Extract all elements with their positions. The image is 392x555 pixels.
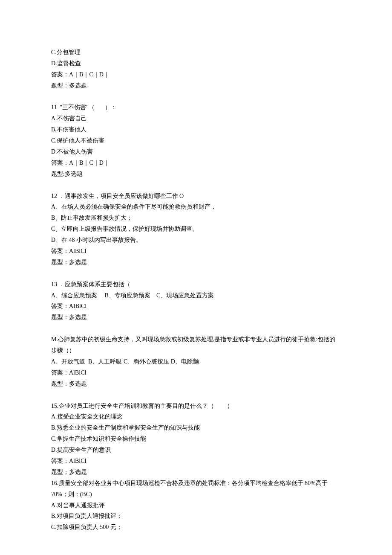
q16-option-b: B.对项目负责人通报批评； bbox=[51, 511, 341, 522]
q10-option-d: D.监督检查 bbox=[51, 58, 341, 69]
q14-answer: 答案：AlBlCl bbox=[51, 367, 341, 378]
document-page: C.分包管理 D.监督检查 答案：A｜B｜C｜D｜ 题型：多选题 11 "三不伤… bbox=[0, 0, 392, 555]
q12-option-d: D、在 48 小时以内写出事故报告。 bbox=[51, 235, 341, 246]
q11-option-c: C.保护他人不被伤害 bbox=[51, 135, 341, 146]
q11-option-a: A.不伤害自己 bbox=[51, 113, 341, 124]
q12-option-a: A、在场人员必须在确保安全的条件下尽可能抢救伤员和财产， bbox=[51, 201, 341, 212]
q12-title: 12 ．遇事故发生，项目安全员应该做好哪些工作 O bbox=[51, 191, 341, 202]
q11-answer: 答案：A｜B｜C｜D｜ bbox=[51, 157, 341, 169]
q11-type: 题型:多选题 bbox=[51, 169, 341, 180]
spacer bbox=[51, 323, 341, 334]
q15-option-d: D.提高安全生产的意识 bbox=[51, 445, 341, 456]
q10-type: 题型：多选题 bbox=[51, 80, 341, 91]
q11-option-d: D.不被他人伤害 bbox=[51, 146, 341, 157]
spacer bbox=[51, 268, 341, 279]
q13-options: A、综合应急预案 B、专项应急预案 C、现场应急处置方案 bbox=[51, 290, 341, 301]
q16-title: 16.质量安全部对各业务中心项目现场巡检不合格及违章的处罚标准：各分项平均检查合… bbox=[51, 478, 341, 500]
q14-type: 题型：多选题 bbox=[51, 378, 341, 389]
q13-title: 13 ．应急预案体系主要包括（ bbox=[51, 279, 341, 290]
q15-title: 15.企业对员工进行安全生产培训和教育的主要目的是什么？（ ） bbox=[51, 401, 341, 412]
spacer bbox=[51, 180, 341, 191]
spacer bbox=[51, 389, 341, 401]
q15-option-b: B.熟悉企业的安全生产制度和掌握安全生产的知识与技能 bbox=[51, 422, 341, 433]
q14-options: A、开放气道 B、人工呼吸 C、胸外心脏按压 D、电除颤 bbox=[51, 356, 341, 367]
q11-option-b: B,不伤害他人 bbox=[51, 124, 341, 135]
q10-answer: 答案：A｜B｜C｜D｜ bbox=[51, 69, 341, 80]
q13-type: 题型：多选题 bbox=[51, 312, 341, 323]
q12-answer: 答案：AlBlCl bbox=[51, 246, 341, 257]
spacer bbox=[51, 91, 341, 102]
q16-option-a: A.对当事人通报批评 bbox=[51, 500, 341, 511]
q14-title: M.心肺复苏中的初级生命支持，又叫现场急救或初级复苏处理,是指专业或非专业人员进… bbox=[51, 334, 341, 356]
q10-option-c: C.分包管理 bbox=[51, 47, 341, 58]
q16-option-c: C.扣除项目负责人 500 元； bbox=[51, 522, 341, 533]
q15-answer: 答案：AlBlCl bbox=[51, 456, 341, 467]
q11-title: 11 "三不伤害"（ ）： bbox=[51, 102, 341, 113]
q15-option-a: A.接受企业安全文化的理念 bbox=[51, 411, 341, 422]
q13-answer: 答案：AIBlCl bbox=[51, 301, 341, 312]
q12-option-c: C、立即向上级报告事故情况，保护好现场并协助调查。 bbox=[51, 224, 341, 235]
q12-option-b: B、防止事故发展和损失扩大； bbox=[51, 212, 341, 224]
q12-type: 题型：多选题 bbox=[51, 257, 341, 268]
q15-option-c: C.掌握生产技术知识和安全操作技能 bbox=[51, 433, 341, 445]
q15-type: 题型；多选题 bbox=[51, 467, 341, 478]
